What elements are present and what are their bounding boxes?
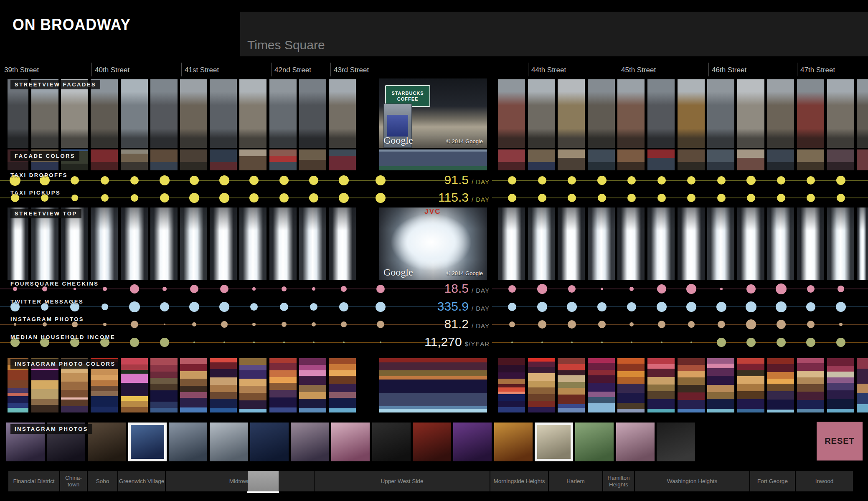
twitter-messages-dot[interactable] [310,303,317,311]
taxi-pickups-dot[interactable] [339,193,349,203]
instagram-color-column[interactable] [379,358,487,412]
twitter-messages-dot[interactable] [686,302,696,312]
streetview-top-slice[interactable] [707,207,734,280]
instagram-photos-row-dot[interactable] [192,322,196,326]
twitter-messages-dot[interactable] [567,302,577,312]
median-household-income-dot[interactable] [511,342,513,343]
facade-color-column[interactable] [827,149,854,170]
foursquare-checkins-dot[interactable] [220,285,228,293]
nav-item-midtown[interactable]: Midtown [166,471,314,491]
taxi-dropoffs-dot[interactable] [309,176,318,185]
streetview-top-slice[interactable] [210,207,237,280]
taxi-dropoffs-dot[interactable] [777,176,785,185]
facade-color-column[interactable] [269,149,297,170]
streetview-facade-slice[interactable] [31,79,58,148]
facade-color-column[interactable] [707,149,734,170]
taxi-dropoffs-dot[interactable] [249,176,259,185]
facade-color-column[interactable] [617,149,645,170]
nav-item-harlem[interactable]: Harlem [549,471,602,491]
instagram-color-column[interactable] [239,358,266,412]
streetview-top-slice[interactable] [239,207,266,280]
median-household-income-dot[interactable] [160,338,169,347]
instagram-photos-row-dot[interactable] [43,322,47,326]
instagram-color-column[interactable] [737,358,764,412]
streetview-facade-slice[interactable] [617,79,645,148]
streetview-top-slice[interactable] [528,207,555,280]
twitter-messages-dot[interactable] [627,302,636,311]
instagram-photos-row-dot[interactable] [341,321,347,327]
taxi-pickups-dot[interactable] [249,193,259,202]
taxi-pickups-dot[interactable] [657,194,666,202]
median-household-income-dot[interactable] [836,338,845,347]
taxi-pickups-dot[interactable] [747,194,755,202]
instagram-color-column[interactable] [707,358,734,412]
streetview-facade-slice[interactable] [239,79,266,148]
instagram-photos-row-dot[interactable] [598,321,606,328]
facade-color-column[interactable] [210,149,237,170]
instagram-color-column[interactable] [121,358,148,412]
streetview-facade-slice[interactable] [857,79,868,148]
instagram-photo-thumbnail[interactable] [453,423,492,461]
median-household-income-dot[interactable] [380,342,381,343]
instagram-color-column[interactable] [827,358,854,412]
taxi-pickups-dot[interactable] [598,194,606,202]
taxi-dropoffs-dot[interactable] [508,176,516,185]
taxi-pickups-dot[interactable] [777,194,785,202]
streetview-top-slice[interactable] [91,207,118,280]
streetview-top-slice[interactable] [827,207,854,280]
streetview-facade-slice[interactable] [797,79,824,148]
instagram-photo-thumbnail[interactable] [413,423,451,461]
taxi-dropoffs-dot[interactable] [160,175,170,185]
facade-color-column[interactable] [379,149,487,170]
twitter-messages-dot[interactable] [189,302,199,312]
facade-color-column[interactable] [91,149,118,170]
streetview-top-slice[interactable] [498,207,525,280]
instagram-photo-thumbnail[interactable] [169,423,207,461]
nav-item-washington-heights[interactable]: Washington Heights [635,471,749,491]
instagram-color-column[interactable] [857,358,868,412]
streetview-facade-slice[interactable] [827,79,854,148]
taxi-dropoffs-dot[interactable] [836,176,845,185]
streetview-facade-slice[interactable] [91,79,118,148]
nav-item-hamilton-heights[interactable]: HamiltonHeights [603,471,634,491]
taxi-pickups-dot[interactable] [627,194,636,202]
facade-color-column[interactable] [239,149,266,170]
instagram-color-column[interactable] [498,358,525,412]
streetview-facade-slice[interactable] [767,79,794,148]
median-household-income-dot[interactable] [746,338,756,347]
facade-color-column[interactable] [558,149,585,170]
twitter-messages-dot[interactable] [806,302,815,311]
streetview-top-slice[interactable] [647,207,675,280]
instagram-photo-thumbnail[interactable] [291,423,329,461]
median-household-income-dot[interactable] [313,342,315,343]
twitter-messages-dot[interactable] [597,302,607,311]
instagram-photos-row-dot[interactable] [377,321,384,328]
foursquare-checkins-dot[interactable] [42,286,47,291]
facade-color-column[interactable] [121,149,148,170]
foursquare-checkins-dot[interactable] [657,284,666,294]
median-household-income-dot[interactable] [690,342,692,343]
instagram-photos-row-dot[interactable] [282,322,287,327]
instagram-photos-row-dot[interactable] [839,323,843,326]
nav-item-fort-george[interactable]: Fort George [750,471,795,491]
streetview-top-slice[interactable] [678,207,705,280]
foursquare-checkins-dot[interactable] [807,285,815,293]
streetview-facade-slice[interactable] [737,79,764,148]
instagram-color-column[interactable] [558,358,585,412]
taxi-dropoffs-dot[interactable] [339,175,349,185]
facade-color-column[interactable] [647,149,675,170]
nav-item-financial-district[interactable]: Financial District [8,471,59,491]
streetview-top-slice[interactable] [269,207,297,280]
instagram-photos-row-dot[interactable] [103,323,107,326]
streetview-facade-slice[interactable] [558,79,585,148]
facade-color-column[interactable] [498,149,525,170]
streetview-facade-slice[interactable] [180,79,207,148]
twitter-messages-dot[interactable] [129,301,140,312]
nav-item-upper-west-side[interactable]: Upper West Side [315,471,490,491]
foursquare-checkins-dot[interactable] [508,285,516,293]
taxi-pickups-dot[interactable] [219,193,229,203]
taxi-dropoffs-dot[interactable] [190,176,199,185]
instagram-color-column[interactable] [647,358,675,412]
instagram-color-column[interactable] [528,358,555,412]
taxi-dropoffs-dot[interactable] [101,176,109,185]
